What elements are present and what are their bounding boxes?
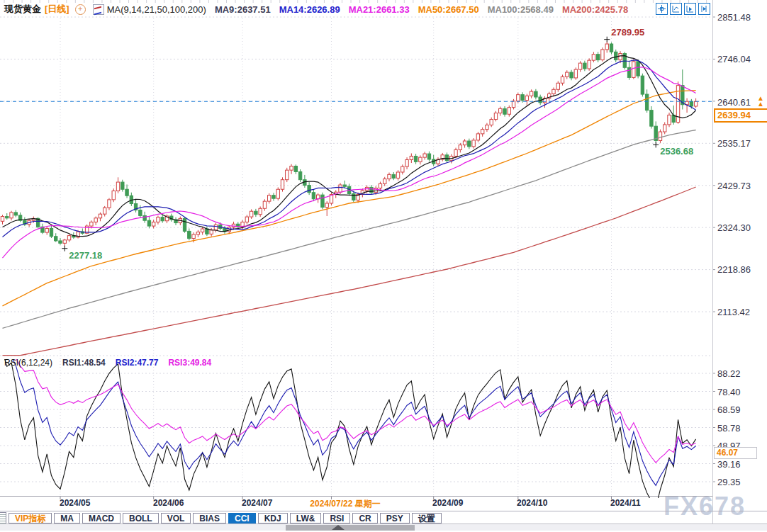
- price-label: 2218.86: [717, 264, 764, 275]
- tab-lw[interactable]: LW&: [290, 513, 322, 523]
- indicator-chart-icon[interactable]: [93, 4, 104, 15]
- svg-text:2536.68: 2536.68: [660, 146, 693, 157]
- rsi-label: 29.35: [717, 477, 764, 487]
- zoom-axis-icon[interactable]: [670, 3, 682, 15]
- x-tick-label: 2024/11: [610, 498, 641, 508]
- tab-kdj[interactable]: KDJ: [258, 513, 288, 523]
- price-label: 2429.73: [717, 181, 764, 191]
- price-label: 2535.17: [717, 138, 764, 149]
- ma14-value: MA14:2626.89: [279, 4, 340, 15]
- price-label: 2113.42: [717, 307, 764, 317]
- tab-vip-indicator[interactable]: VIP指标: [9, 513, 52, 523]
- tab-boll[interactable]: BOLL: [123, 513, 159, 523]
- tab-ma[interactable]: MA: [54, 513, 80, 523]
- x-tick-label: 2024/07: [242, 498, 272, 508]
- rsi-header: RSI(6,12,24) RSI1:48.54 RSI2:47.77 RSI3:…: [0, 356, 709, 368]
- toolbar-fragment-icon[interactable]: [0, 512, 6, 524]
- x-tick-label: 2024/10: [517, 498, 547, 508]
- selected-date-label: 2024/07/22 星期一: [292, 498, 398, 510]
- tab-cr[interactable]: CR: [352, 513, 377, 523]
- current-price-badge: 2639.94: [714, 108, 767, 123]
- tab-macd[interactable]: MACD: [82, 513, 121, 523]
- rsi3-value: RSI3:49.84: [168, 358, 211, 368]
- x-tick-label: 2024/06: [153, 498, 184, 508]
- tab-rsi[interactable]: RSI: [323, 513, 350, 523]
- tab-vol[interactable]: VOL: [161, 513, 191, 523]
- tab-cci[interactable]: CCI: [228, 513, 256, 523]
- rsi-group-label: RSI(6,12,24): [4, 358, 52, 368]
- tab-settings[interactable]: 设置: [412, 513, 442, 523]
- svg-text:2789.95: 2789.95: [611, 27, 644, 38]
- ma100-value: MA100:2568.49: [488, 4, 554, 15]
- price-label: 2746.04: [717, 54, 764, 64]
- symbol-name: 现货黄金: [4, 3, 41, 16]
- price-up-arrow-icon: ▲▲: [756, 96, 766, 107]
- chart-header: 现货黄金 [日线] + MA(9,14,21,50,100,200) MA9:2…: [0, 0, 767, 18]
- rsi-label: 68.59: [717, 404, 764, 415]
- horizontal-scrollbar[interactable]: [0, 523, 767, 531]
- chart-canvas[interactable]: 2789.952536.682277.18: [0, 0, 767, 532]
- price-label: 2324.30: [717, 222, 764, 233]
- rsi2-value: RSI2:47.77: [116, 358, 159, 368]
- crosshair-tool-icon[interactable]: [656, 3, 668, 15]
- x-tick-label: 2024/09: [432, 498, 463, 508]
- ma21-value: MA21:2661.33: [349, 4, 410, 15]
- current-rsi-badge: 46.07: [714, 447, 757, 459]
- chart-tools: [656, 3, 710, 15]
- indicator-toolbar: VIP指标 MA MACD BOLL VOL BIAS CCI KDJ LW& …: [0, 511, 767, 524]
- rsi-label: 78.40: [717, 387, 764, 397]
- ma200-value: MA200:2425.78: [562, 4, 628, 15]
- tab-bias[interactable]: BIAS: [193, 513, 226, 523]
- chart-app: 2789.952536.682277.18 现货黄金 [日线] + MA(9,1…: [0, 0, 767, 532]
- rsi-label: 58.78: [717, 423, 764, 434]
- period-label: [日线]: [45, 3, 69, 16]
- rsi1-value: RSI1:48.54: [62, 358, 106, 368]
- svg-text:2277.18: 2277.18: [69, 250, 102, 261]
- pan-right-icon[interactable]: [698, 3, 710, 15]
- panel-collapse-handle[interactable]: [332, 525, 345, 530]
- tab-psy[interactable]: PSY: [380, 513, 410, 523]
- latest-view-icon[interactable]: [684, 3, 696, 15]
- rsi-label: 39.16: [717, 459, 764, 470]
- scrollbar-thumb[interactable]: [286, 525, 415, 531]
- ma-group-label: MA(9,14,21,50,100,200): [107, 4, 206, 15]
- ma9-value: MA9:2637.51: [215, 4, 271, 15]
- ma50-value: MA50:2667.50: [418, 4, 479, 15]
- price-label: 2851.48: [717, 12, 764, 23]
- rsi-label: 88.22: [717, 368, 764, 379]
- x-tick-label: 2024/05: [60, 498, 90, 508]
- circle-plus-icon[interactable]: +: [75, 4, 86, 15]
